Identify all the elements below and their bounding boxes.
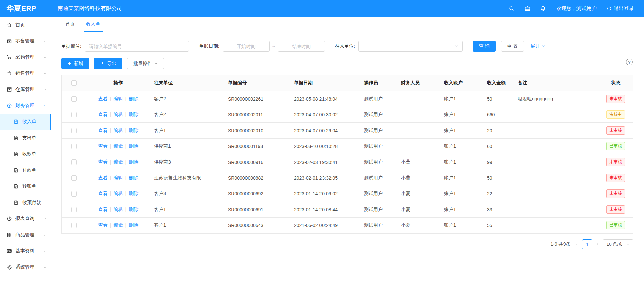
edit-link[interactable]: 编辑 (114, 191, 123, 196)
next-page-button[interactable] (596, 242, 599, 246)
bell-icon[interactable] (540, 6, 546, 11)
row-checkbox[interactable] (71, 112, 77, 117)
page-number-button[interactable]: 1 (582, 239, 592, 249)
cell-partner: 江苏德鲁生物科技有限... (150, 170, 224, 186)
sidebar-item-transfer-bill[interactable]: 转账单 (0, 178, 51, 194)
action-divider: | (110, 112, 111, 117)
row-actions: 查看|编辑|删除 (86, 122, 150, 138)
sidebar-item-report[interactable]: 报表查询 (0, 211, 51, 227)
column-header-bill_no: 单据编号 (224, 75, 290, 91)
table-row: 查看|编辑|删除客户2SR000000022612023-05-08 21:48… (62, 91, 633, 107)
edit-link[interactable]: 编辑 (114, 143, 123, 149)
sidebar-item-finance[interactable]: 财务管理 (0, 98, 51, 114)
cell-remark (514, 107, 598, 122)
app-logo[interactable]: 华夏ERP (0, 4, 51, 13)
tab-home[interactable]: 首页 (60, 17, 80, 32)
partner-select[interactable] (358, 41, 463, 52)
sidebar-item-system[interactable]: 系统管理 (0, 259, 51, 275)
delete-link[interactable]: 删除 (129, 207, 138, 212)
bank-icon[interactable] (525, 6, 530, 11)
reset-button[interactable]: 重 置 (501, 41, 524, 52)
row-checkbox[interactable] (71, 191, 77, 197)
row-checkbox[interactable] (71, 223, 77, 228)
edit-link[interactable]: 编辑 (114, 175, 123, 180)
delete-link[interactable]: 删除 (129, 143, 138, 149)
view-link[interactable]: 查看 (98, 175, 108, 180)
chevron-down-icon (542, 44, 545, 48)
date-end-input[interactable] (278, 41, 325, 52)
row-checkbox[interactable] (71, 144, 77, 149)
sidebar-item-warehouse[interactable]: 仓库管理 (0, 81, 51, 98)
delete-link[interactable]: 删除 (129, 128, 138, 133)
row-checkbox[interactable] (71, 175, 77, 181)
delete-link[interactable]: 删除 (129, 96, 138, 101)
prev-page-button[interactable] (575, 242, 579, 246)
expand-toggle[interactable]: 展开 (531, 43, 545, 49)
sidebar-item-receipt-bill[interactable]: 收款单 (0, 146, 51, 162)
row-checkbox[interactable] (71, 159, 77, 165)
cell-partner: 客户1 (150, 202, 224, 217)
edit-link[interactable]: 编辑 (114, 96, 123, 101)
search-icon[interactable] (509, 6, 515, 11)
action-divider: | (125, 222, 127, 228)
edit-link[interactable]: 编辑 (114, 222, 123, 228)
doc-icon (13, 119, 19, 124)
sidebar-item-label: 收预付款 (22, 200, 47, 206)
sidebar-item-payment-bill[interactable]: 付款单 (0, 162, 51, 178)
edit-link[interactable]: 编辑 (114, 128, 123, 133)
row-checkbox[interactable] (71, 96, 77, 102)
cell-amount: 20 (483, 122, 514, 138)
column-header-actions: 操作 (86, 75, 150, 91)
delete-link[interactable]: 删除 (129, 222, 138, 228)
sidebar-item-advance-bill[interactable]: 收预付款 (0, 194, 51, 211)
sidebar-item-goods[interactable]: 商品管理 (0, 227, 51, 243)
sidebar-item-expense-bill[interactable]: 支出单 (0, 130, 51, 146)
view-link[interactable]: 查看 (98, 159, 108, 165)
sidebar-item-income-bill[interactable]: 收入单 (0, 114, 51, 130)
cell-amount: 50 (483, 91, 514, 107)
select-all-checkbox[interactable] (71, 80, 77, 86)
partner-label: 往来单位: (335, 43, 355, 49)
cell-operator: 测试用户 (360, 107, 397, 122)
batch-button[interactable]: 批量操作 (127, 58, 164, 69)
cell-bill_no: SR00000002261 (224, 91, 290, 107)
edit-link[interactable]: 编辑 (114, 112, 123, 117)
search-button[interactable]: 查 询 (473, 41, 496, 52)
sidebar-item-retail[interactable]: 零售管理 (0, 33, 51, 49)
logout-button[interactable]: 退出登录 (607, 5, 634, 12)
sidebar-item-label: 仓库管理 (15, 86, 43, 93)
row-checkbox[interactable] (71, 207, 77, 212)
help-icon[interactable]: ? (626, 59, 633, 65)
cell-amount: 22 (483, 186, 514, 202)
view-link[interactable]: 查看 (98, 96, 108, 101)
bill-no-input[interactable] (85, 41, 189, 52)
view-link[interactable]: 查看 (98, 207, 108, 212)
view-link[interactable]: 查看 (98, 112, 108, 117)
sidebar-item-basic[interactable]: 基本资料 (0, 243, 51, 259)
page-size-select[interactable]: 10 条/页 (603, 239, 633, 249)
add-button[interactable]: 新增 (61, 58, 89, 69)
cell-finance_staff (397, 91, 440, 107)
welcome-text: 欢迎您，测试用户 (556, 5, 597, 12)
sidebar-item-home[interactable]: 首页 (0, 17, 51, 33)
view-link[interactable]: 查看 (98, 128, 108, 133)
sidebar-item-purchase[interactable]: 采购管理 (0, 49, 51, 65)
view-link[interactable]: 查看 (98, 222, 108, 228)
view-link[interactable]: 查看 (98, 143, 108, 149)
filter-bill-no: 单据编号: (61, 41, 189, 52)
date-start-input[interactable] (223, 41, 270, 52)
delete-link[interactable]: 删除 (129, 175, 138, 180)
row-checkbox[interactable] (71, 128, 77, 133)
edit-link[interactable]: 编辑 (114, 207, 123, 212)
tab-income-bill[interactable]: 收入单 (80, 17, 106, 32)
view-link[interactable]: 查看 (98, 191, 108, 196)
sidebar-menu: 首页零售管理采购管理销售管理仓库管理财务管理收入单支出单收款单付款单转账单收预付… (0, 17, 51, 275)
sidebar-item-sale[interactable]: 销售管理 (0, 65, 51, 81)
delete-link[interactable]: 删除 (129, 191, 138, 196)
edit-link[interactable]: 编辑 (114, 159, 123, 165)
export-button[interactable]: 导出 (94, 58, 122, 69)
delete-link[interactable]: 删除 (129, 112, 138, 117)
row-actions: 查看|编辑|删除 (86, 217, 150, 233)
delete-link[interactable]: 删除 (129, 159, 138, 165)
cell-account: 账户1 (440, 217, 483, 233)
